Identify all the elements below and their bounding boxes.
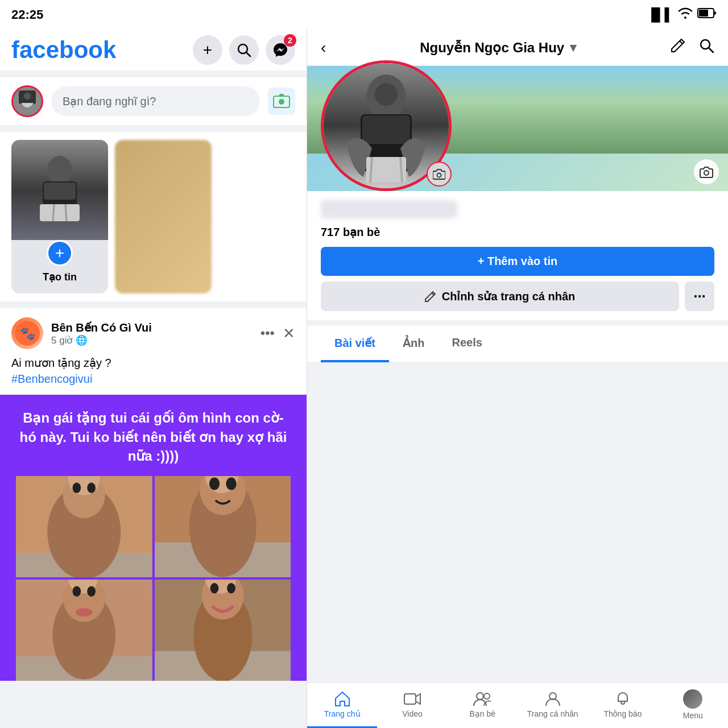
svg-line-3 [246, 52, 250, 56]
fb-header-icons: + 2 [193, 35, 295, 65]
story-avatar-art [31, 153, 88, 227]
svg-line-47 [709, 48, 713, 52]
post-placeholder: Bạn đang nghĩ gì? [63, 95, 156, 107]
nav-menu-label: Menu [683, 711, 703, 720]
post-actions: ••• ✕ [260, 325, 295, 342]
facebook-logo: facebook [11, 36, 116, 64]
status-icons: ▐▌▌ [647, 7, 717, 23]
user-avatar-small [11, 85, 43, 117]
post-input[interactable]: Bạn đang nghĩ gì? [51, 86, 260, 116]
profile-name-blurred [321, 200, 457, 218]
left-panel: facebook + 2 [0, 30, 307, 728]
nav-notifications[interactable]: Thông báo [588, 683, 657, 728]
tab-bai-viet[interactable]: Bài viết [321, 326, 389, 362]
photo-icon [273, 93, 290, 109]
create-post-bar: Bạn đang nghĩ gì? [0, 77, 307, 125]
svg-point-43 [210, 583, 218, 593]
messenger-button[interactable]: 2 [266, 35, 295, 65]
edit-cover-photo-btn[interactable] [694, 159, 719, 184]
edit-profile-label: Chỉnh sửa trang cá nhân [442, 289, 576, 303]
profile-posts-area [307, 363, 728, 682]
nav-friends[interactable]: Bạn bè [448, 683, 518, 728]
edit-profile-button[interactable]: Chỉnh sửa trang cá nhân [321, 282, 679, 311]
tab-reels[interactable]: Reels [438, 326, 495, 362]
post-meta: Bên Bến Có Gì Vui 5 giờ 🌐 [51, 321, 253, 346]
nav-video[interactable]: Video [377, 683, 447, 728]
post-avatar: 🐾 [11, 317, 43, 349]
meme-image-2 [155, 476, 291, 577]
svg-line-45 [680, 41, 682, 44]
nav-home-label: Trang chủ [324, 709, 361, 718]
friends-count: 717 bạn bè [321, 225, 714, 239]
dog-image-4 [155, 580, 291, 681]
meme-title: Bạn gái tặng tui cái gối ôm hình con cờ-… [16, 408, 291, 466]
nav-home[interactable]: Trang chủ [307, 683, 377, 728]
create-story-label: Tạo tin [43, 271, 77, 283]
profile-tabs: Bài viết Ảnh Reels [307, 326, 728, 363]
nav-notifications-label: Thông báo [604, 709, 642, 718]
svg-point-59 [477, 693, 483, 700]
dog-image-1 [16, 476, 152, 577]
edit-avatar-btn[interactable] [427, 162, 452, 187]
post-hashtag[interactable]: #Benbencogivui [11, 373, 92, 385]
more-options-btn[interactable]: ••• [260, 325, 275, 341]
nav-profile[interactable]: Trang cá nhân [518, 683, 588, 728]
back-button[interactable]: ‹ [321, 39, 326, 57]
menu-avatar [683, 689, 702, 709]
user-avatar-icon [16, 90, 38, 112]
meme-image-3 [16, 580, 152, 681]
svg-point-36 [87, 586, 96, 596]
story-card-2[interactable] [115, 140, 212, 293]
nav-menu[interactable]: Menu [658, 683, 728, 728]
dog-image-3 [16, 580, 152, 681]
svg-point-21 [72, 482, 81, 493]
post-card: 🐾 Bên Bến Có Gì Vui 5 giờ 🌐 ••• ✕ Ai mươ… [0, 308, 307, 681]
svg-rect-1 [699, 10, 708, 16]
svg-point-60 [484, 693, 490, 699]
post-text: Ai mươn tặng zậy ? #Benbencogivui [0, 355, 307, 395]
story-image [11, 140, 108, 240]
profile-nav: ‹ Nguyễn Ngọc Gia Huy ▾ [307, 30, 728, 66]
search-button[interactable] [229, 35, 259, 65]
profile-title: Nguyễn Ngọc Gia Huy [420, 40, 564, 56]
wifi-icon [678, 7, 693, 23]
tab-anh[interactable]: Ảnh [389, 326, 438, 362]
photo-button[interactable] [268, 88, 295, 115]
svg-rect-11 [40, 204, 80, 221]
search-profile-icon[interactable] [698, 38, 714, 57]
svg-point-50 [375, 83, 398, 106]
status-bar: 22:25 ▐▌▌ [0, 0, 728, 30]
right-panel: ‹ Nguyễn Ngọc Gia Huy ▾ [307, 30, 728, 728]
more-options-btn[interactable]: ··· [685, 282, 714, 311]
video-icon [404, 691, 421, 707]
home-icon [334, 691, 351, 707]
svg-point-35 [72, 586, 81, 596]
nav-right-icons [670, 38, 714, 57]
nav-video-label: Video [402, 709, 423, 718]
add-button[interactable]: + [193, 35, 222, 65]
add-story-btn[interactable]: + [47, 240, 73, 266]
stories-section: + Tạo tin [0, 132, 307, 301]
close-post-btn[interactable]: ✕ [283, 325, 295, 342]
search-icon [237, 43, 251, 57]
message-badge: 2 [284, 34, 296, 47]
camera-cover-icon [700, 166, 713, 178]
edit-profile-icon[interactable] [670, 38, 686, 57]
svg-point-37 [76, 608, 92, 617]
friends-icon [473, 691, 491, 707]
svg-rect-52 [362, 115, 410, 144]
globe-icon: 🌐 [76, 334, 88, 346]
pencil-icon [425, 291, 436, 302]
signal-icon: ▐▌▌ [647, 7, 673, 22]
create-story-card[interactable]: + Tạo tin [11, 140, 108, 293]
svg-point-29 [226, 477, 236, 490]
add-to-story-button[interactable]: + Thêm vào tin [321, 247, 714, 276]
svg-point-5 [24, 93, 31, 100]
meme-post: Bạn gái tặng tui cái gối ôm hình con cờ-… [0, 395, 307, 681]
nav-profile-label: Trang cá nhân [527, 709, 578, 718]
nav-friends-label: Bạn bè [470, 709, 496, 718]
dropdown-arrow-icon[interactable]: ▾ [570, 40, 576, 55]
meme-image-4 [155, 580, 291, 681]
post-header: 🐾 Bên Bến Có Gì Vui 5 giờ 🌐 ••• ✕ [0, 308, 307, 355]
profile-avatar-art [341, 69, 432, 183]
